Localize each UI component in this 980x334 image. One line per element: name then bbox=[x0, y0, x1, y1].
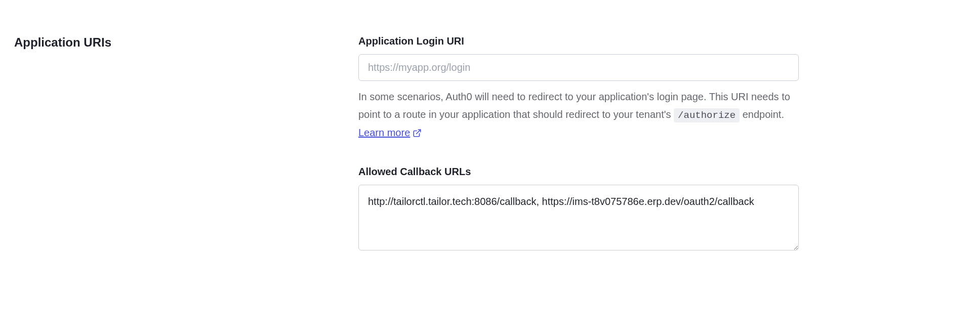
login-uri-field-group: Application Login URI In some scenarios,… bbox=[358, 35, 799, 142]
external-link-icon bbox=[413, 129, 422, 138]
section-content-column: Application Login URI In some scenarios,… bbox=[358, 35, 799, 277]
learn-more-link[interactable]: Learn more bbox=[358, 124, 422, 142]
application-uris-section: Application URIs Application Login URI I… bbox=[14, 35, 966, 277]
section-label-column: Application URIs bbox=[14, 35, 338, 277]
login-uri-input[interactable] bbox=[358, 54, 799, 81]
section-title: Application URIs bbox=[14, 35, 338, 50]
authorize-code-inline: /authorize bbox=[674, 108, 740, 122]
callback-urls-label: Allowed Callback URLs bbox=[358, 166, 799, 178]
svg-line-0 bbox=[417, 130, 421, 134]
learn-more-text: Learn more bbox=[358, 124, 410, 142]
callback-urls-field-group: Allowed Callback URLs bbox=[358, 166, 799, 253]
callback-urls-textarea[interactable] bbox=[358, 185, 799, 251]
login-uri-label: Application Login URI bbox=[358, 35, 799, 47]
login-uri-help-text: In some scenarios, Auth0 will need to re… bbox=[358, 88, 799, 142]
help-text-suffix: endpoint. bbox=[740, 109, 784, 120]
